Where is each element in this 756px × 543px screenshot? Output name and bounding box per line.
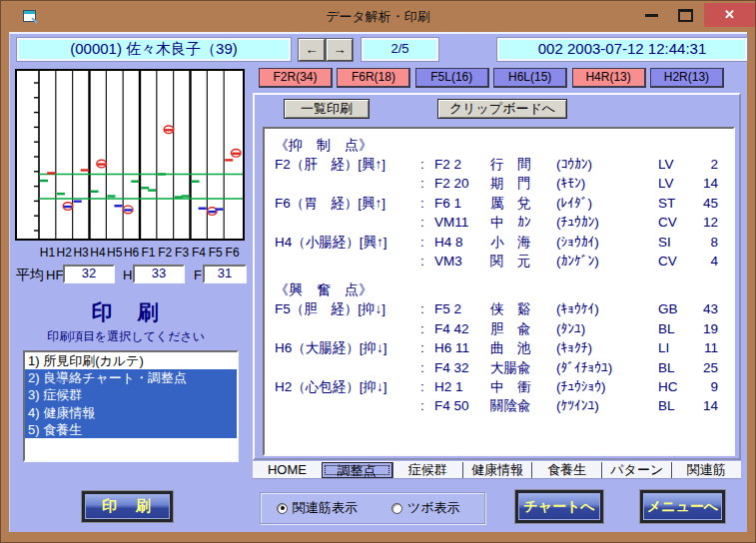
print-list-item[interactable]: 2) 良導絡チャート・調整点 xyxy=(25,369,237,386)
chart-mark-F1-left xyxy=(141,187,149,189)
meridian-button-F5L16[interactable]: F5L(16) xyxy=(415,68,489,88)
chart-mark-H2-left xyxy=(57,193,65,195)
print-section-title: 印 刷 xyxy=(9,298,243,326)
chart-mark-H6-right xyxy=(131,181,139,183)
ryodoraku-chart xyxy=(15,69,245,241)
chart-mark-H4-right xyxy=(98,163,106,165)
tab-健康情報[interactable]: 健康情報 xyxy=(462,462,532,478)
radio-circle-icon[interactable] xyxy=(391,503,402,514)
chart-mark-F3-right xyxy=(182,195,190,197)
patient-box: (00001) 佐々木良子（39) xyxy=(17,38,291,61)
to-clipboard-button[interactable]: クリップボードへ xyxy=(437,99,567,119)
chart-mark-F5-right xyxy=(215,208,223,210)
avg-h-label: H xyxy=(123,268,132,282)
avg-h-value: 33 xyxy=(133,265,185,283)
meridian-button-H4R13[interactable]: H4R(13) xyxy=(572,68,646,88)
tab-食養生[interactable]: 食養生 xyxy=(531,462,601,478)
radio-ツボ表示[interactable]: ツボ表示 xyxy=(391,499,460,517)
to-chart-button[interactable]: チャートへ xyxy=(515,490,603,523)
report-row: :VM3関 元(ｶﾝｹﾞﾝ)CV4 xyxy=(275,252,733,271)
avg-f-value: 31 xyxy=(203,265,247,283)
print-items-listbox[interactable]: 1) 所見印刷(カルテ)2) 良導絡チャート・調整点3) 症候群4) 健康情報5… xyxy=(23,350,239,462)
chart-mark-H3-left xyxy=(74,201,82,203)
report-section-title: 《興 奮 点》 xyxy=(275,280,733,299)
report-row: H6（大腸経）[抑↓]:H6 11曲 池(ｷｮｸﾁ)LI11 xyxy=(275,338,733,357)
window-title: データ解析・印刷 xyxy=(1,8,755,26)
report-section-spacer xyxy=(275,271,733,280)
prev-record-button[interactable]: ← xyxy=(299,39,325,61)
report-row: H4（小腸経）[興↑]:H4 8小 海(ｼｮｳｶｲ)SI8 xyxy=(275,233,733,252)
minimize-icon[interactable] xyxy=(645,14,658,17)
chart-mark-H5-left xyxy=(107,195,115,197)
print-list-item[interactable]: 3) 症候群 xyxy=(25,386,237,403)
print-button[interactable]: 印 刷 xyxy=(82,491,173,522)
report-row: F5（胆 経）[抑↓]:F5 2侠 谿(ｷｮｳｹｲ)GB43 xyxy=(275,299,733,318)
tab-HOME[interactable]: HOME xyxy=(253,462,322,478)
meridian-button-H2R13[interactable]: H2R(13) xyxy=(650,68,724,88)
report-row: :VM11中 ｶﾝ(ﾁｭｳｶﾝ)CV12 xyxy=(275,213,733,232)
print-section-subtitle: 印刷項目を選択してください xyxy=(9,328,243,345)
averages-label: 平均 xyxy=(16,267,44,284)
print-list-item[interactable]: 4) 健康情報 xyxy=(25,404,237,421)
chart-mark-F2-right xyxy=(165,129,173,131)
report-row: :F4 42胆 兪(ﾀﾝﾕ)BL19 xyxy=(275,319,733,338)
meridian-button-F6R18[interactable]: F6R(18) xyxy=(337,68,410,88)
display-mode-radio-group: 関連筋表示ツボ表示 xyxy=(260,492,485,524)
meridian-button-F2R34[interactable]: F2R(34) xyxy=(259,68,333,88)
radio-circle-icon[interactable] xyxy=(277,503,288,514)
print-list-item[interactable]: 1) 所見印刷(カルテ) xyxy=(25,352,237,369)
app-window: データ解析・印刷 ✕ (00001) 佐々木良子（39) ← → 2/5 002… xyxy=(0,0,756,543)
chart-category-labels: H1H2H3H4H5H6F1F2F3F4F5F6 xyxy=(15,246,245,260)
report-row: :F2 20期 門(ｷﾓﾝ)LV14 xyxy=(275,174,733,193)
chart-mark-H4-left xyxy=(91,191,99,193)
report-row: :F4 50關陰兪(ｹﾂｲﾝﾕ)BL14 xyxy=(275,396,733,415)
record-info-box: 002 2003-07-12 12:44:31 xyxy=(497,38,747,61)
chart-mark-F3-left xyxy=(175,196,183,198)
adjustment-points-report: 《抑 制 点》F2（肝 経）[興↑]:F2 2行 間(ｺｳｶﾝ)LV2:F2 2… xyxy=(263,127,735,456)
report-row: H2（心包経）[抑↓]:H2 1中 衝(ﾁｭｳｼｮｳ)HC9 xyxy=(275,377,733,396)
avg-f-label: F xyxy=(194,268,202,282)
chart-label-F6: F6 xyxy=(223,246,243,260)
next-record-button[interactable]: → xyxy=(327,39,353,61)
report-group-box: 一覧印刷 クリップボードへ 《抑 制 点》F2（肝 経）[興↑]:F2 2行 間… xyxy=(253,93,741,460)
chart-mark-H1-left xyxy=(40,180,48,182)
close-icon[interactable]: ✕ xyxy=(704,3,755,27)
radio-関連筋表示[interactable]: 関連筋表示 xyxy=(277,499,358,517)
meridian-button-H6L15[interactable]: H6L(15) xyxy=(493,68,567,88)
chart-mark-H6-left xyxy=(124,209,132,211)
list-print-button[interactable]: 一覧印刷 xyxy=(284,99,370,119)
chart-mark-F6-right xyxy=(232,153,240,155)
meridian-flag-buttons: F2R(34)F6R(18)F5L(16)H6L(15)H4R(13)H2R(1… xyxy=(259,68,724,88)
tab-bar: HOME調整点症候群健康情報食養生パターン関連筋 xyxy=(253,461,741,479)
chart-plot xyxy=(17,71,243,239)
chart-mark-F4-right xyxy=(199,208,207,210)
chart-mark-H3-right xyxy=(81,169,89,171)
tab-調整点[interactable]: 調整点 xyxy=(322,462,392,478)
tab-関連筋[interactable]: 関連筋 xyxy=(671,462,741,478)
maximize-icon[interactable] xyxy=(678,9,693,22)
chart-mark-F2-left xyxy=(158,173,166,175)
chart-mark-F4-left xyxy=(192,181,200,183)
report-section-title: 《抑 制 点》 xyxy=(275,136,733,155)
chart-mark-F5-left xyxy=(208,211,216,213)
report-row: F6（胃 経）[興↑]:F6 1厲 兌(ﾚｲﾀﾞ)ST45 xyxy=(275,194,733,213)
report-row: F2（肝 経）[興↑]:F2 2行 間(ｺｳｶﾝ)LV2 xyxy=(275,155,733,174)
tab-症候群[interactable]: 症候群 xyxy=(392,462,462,478)
avg-hf-value: 32 xyxy=(63,265,115,283)
chart-mark-H1-right xyxy=(47,172,55,174)
chart-mark-F6-left xyxy=(225,159,233,161)
page-indicator: 2/5 xyxy=(362,38,438,61)
to-menu-button[interactable]: メニューへ xyxy=(640,490,725,523)
avg-hf-label: HF xyxy=(46,268,63,282)
chart-mark-H5-right xyxy=(114,205,122,207)
print-list-item[interactable]: 5) 食養生 xyxy=(25,421,237,438)
report-row: :F4 32大腸兪(ﾀﾞｲﾁｮｳﾕ)BL25 xyxy=(275,358,733,377)
tab-パターン[interactable]: パターン xyxy=(601,462,671,478)
chart-mark-H2-right xyxy=(64,206,72,208)
chart-mark-F1-right xyxy=(148,189,156,191)
